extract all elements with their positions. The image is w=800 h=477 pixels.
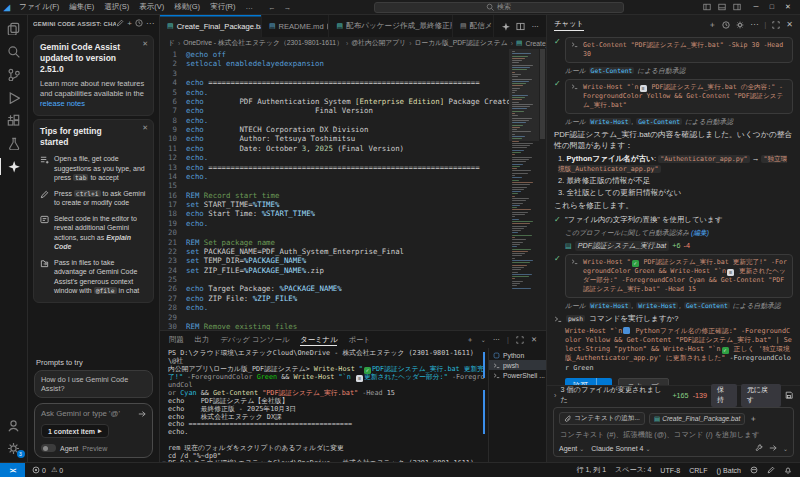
command-chip[interactable]: Write-Host "✓ PDF認証システム_実行.bat 更新完了!" -F… — [565, 254, 793, 298]
status-item[interactable]: 行 1, 列 1 — [577, 465, 607, 475]
prompt-suggestion[interactable]: How do I use Gemini Code Assist? — [34, 370, 153, 398]
code-editor[interactable]: 1@echo off2setlocal enabledelayedexpansi… — [160, 49, 509, 330]
panel-tab-出力[interactable]: 出力 — [195, 335, 210, 345]
menu-選択(S)[interactable]: 選択(S) — [99, 2, 134, 11]
chevron-down-icon[interactable]: ⌄ — [481, 336, 486, 343]
layout-panel-icon[interactable] — [718, 3, 726, 11]
close-button[interactable]: ✕ — [780, 3, 796, 11]
menu-移動(G)[interactable]: 移動(G) — [169, 2, 205, 11]
remote-indicator[interactable]: >< — [0, 463, 25, 477]
bell-icon[interactable] — [784, 466, 792, 474]
changed-file-row[interactable]: ▤PDF認証システム_実行.bat+6-4 — [565, 241, 793, 251]
send-icon[interactable] — [138, 410, 146, 418]
history-nav[interactable]: ← → — [268, 3, 294, 12]
close-panel-icon[interactable]: ✕ — [531, 335, 537, 344]
editor-scrollbar[interactable] — [539, 49, 546, 330]
activity-source-control[interactable] — [0, 63, 28, 86]
panel-tab-ポート[interactable]: ポート — [348, 335, 370, 345]
activity-settings[interactable]: 3 — [0, 437, 28, 460]
minimize-button[interactable]: ─ — [748, 3, 764, 11]
split-editor-icon[interactable] — [516, 22, 525, 31]
minimap[interactable] — [509, 49, 539, 330]
menu-実行(R)[interactable]: 実行(R) — [205, 2, 240, 11]
send-icon[interactable] — [769, 444, 777, 452]
breadcrumb-segment[interactable]: ド — [168, 38, 175, 48]
terminal-output[interactable]: PS D:\クラウド環境\エヌテックCloud\OneDrive - 株式会社エ… — [160, 348, 488, 462]
breadcrumb-segment[interactable]: ローカル版_PDF認証システム — [414, 38, 507, 48]
more-actions-icon[interactable]: ⋯ — [750, 20, 758, 29]
release-notes-link[interactable]: release notes — [40, 99, 85, 108]
save-all-icon[interactable] — [785, 391, 793, 399]
status-item[interactable]: () Batch — [716, 467, 741, 474]
status-item[interactable]: UTF-8 — [660, 467, 680, 474]
activity-run-debug[interactable] — [0, 86, 28, 109]
allow-dropdown[interactable]: ⌄ — [596, 378, 611, 385]
edit-chat-icon[interactable] — [116, 19, 124, 28]
breadcrumb-segment[interactable]: OneDrive - 株式会社エヌテック（2301-9801-1611） — [183, 38, 343, 48]
history-icon[interactable] — [722, 21, 730, 29]
tab-README.md[interactable]: ▤README.md — [262, 15, 330, 37]
close-icon[interactable]: ✕ — [142, 124, 148, 132]
keep-button[interactable]: 保持 — [711, 384, 737, 407]
command-chip[interactable]: Write-Host "`n≡ PDF認証システム_実行.bat の全内容:" … — [565, 79, 793, 114]
tools-icon[interactable] — [755, 444, 763, 452]
edit-link[interactable]: (編集) — [691, 229, 709, 236]
breadcrumb[interactable]: ド›OneDrive - 株式会社エヌテック（2301-9801-1611）›@… — [160, 37, 546, 49]
activity-testing[interactable] — [0, 132, 28, 155]
activity-search[interactable] — [0, 40, 28, 63]
maximize-panel-icon[interactable] — [516, 336, 524, 344]
tab-Create_Final_Package.bat[interactable]: ▤Create_Final_Package.bat× — [160, 15, 262, 37]
allow-button[interactable]: 許可⌄ — [565, 378, 612, 385]
breadcrumb-segment[interactable]: @社内公開アプリ — [351, 38, 406, 48]
agent-toggle[interactable] — [41, 444, 56, 452]
expand-icon[interactable] — [772, 21, 780, 29]
copilot-icon[interactable] — [750, 466, 758, 474]
proposed-command-block[interactable]: Write-Host "`n Pythonファイル名の修正確認:" -Foreg… — [565, 327, 793, 373]
chat-tab-title[interactable]: チャット — [554, 19, 584, 30]
shell-PowerShell ...[interactable]: PowerShell ... — [489, 370, 546, 380]
panel-tab-デバッグ コンソール[interactable]: デバッグ コンソール — [220, 335, 289, 345]
command-center-search[interactable]: 検索 — [374, 2, 624, 13]
shell-Python[interactable]: Python — [489, 350, 546, 360]
activity-explorer[interactable] — [0, 17, 28, 40]
undo-button[interactable]: 元に戻す — [741, 384, 781, 407]
activity-account[interactable] — [0, 414, 28, 437]
gemini-chat-input[interactable]: Ask Gemini or type '@' 1 context item▸ A… — [34, 403, 153, 458]
command-chip[interactable]: Get-Content "PDF認証システム_実行.bat" -Skip 30 … — [565, 37, 793, 63]
add-context-chip[interactable]: コンテキストの追加... — [559, 412, 645, 425]
tab-配信メ[interactable]: ▤配信メ — [453, 15, 494, 37]
menu-表示(V)[interactable]: 表示(V) — [134, 2, 169, 11]
more-actions-icon[interactable]: ⋯ — [531, 22, 539, 31]
mode-selector[interactable]: Agent ⌄ — [559, 445, 584, 452]
panel-tab-ターミナル[interactable]: ターミナル — [300, 335, 337, 345]
feedback-icon[interactable] — [767, 466, 775, 474]
context-item-button[interactable]: 1 context item▸ — [41, 424, 109, 438]
new-chat-icon[interactable]: + — [127, 19, 132, 28]
tab-配布パッケージ作成_最終修正版.bat[interactable]: ▤配布パッケージ作成_最終修正版.bat — [329, 15, 452, 37]
history-icon[interactable] — [135, 19, 143, 28]
layout-sidebar-icon[interactable] — [703, 3, 711, 11]
new-terminal-icon[interactable]: ＋ — [466, 335, 473, 345]
status-item[interactable]: CRLF — [689, 467, 707, 474]
menu-編集(E)[interactable]: 編集(E) — [64, 2, 99, 11]
terminal-scrollbar[interactable] — [483, 352, 485, 446]
problems-indicator[interactable]: 0 ⚠0 — [25, 466, 70, 474]
model-selector[interactable]: Claude Sonnet 4 ⌄ — [591, 445, 650, 452]
maximize-button[interactable]: □ — [764, 3, 780, 11]
more-actions-icon[interactable]: ⋯ — [493, 335, 500, 344]
chevron-right-icon[interactable]: › — [554, 391, 556, 400]
context-file-chip[interactable]: ▤Create_Final_Package.bat — [649, 413, 745, 425]
close-icon[interactable]: ✕ — [142, 40, 148, 48]
skip-button[interactable]: スキップ — [618, 378, 669, 385]
close-icon[interactable]: ✕ — [786, 20, 793, 29]
layout-secondary-icon[interactable] — [733, 3, 741, 11]
activity-gemini[interactable] — [0, 155, 28, 178]
gemini-sparkle-icon[interactable] — [501, 22, 510, 31]
new-chat-icon[interactable]: ＋ — [708, 19, 716, 30]
status-item[interactable]: スペース: 4 — [615, 465, 651, 475]
panel-tab-問題[interactable]: 問題 — [169, 335, 184, 345]
settings-icon[interactable] — [736, 21, 744, 29]
shell-pwsh[interactable]: pwsh — [489, 360, 546, 370]
breadcrumb-segment[interactable]: Create_Final_Package.bat — [525, 40, 546, 47]
add-file-icon[interactable]: ＋ — [749, 413, 757, 424]
